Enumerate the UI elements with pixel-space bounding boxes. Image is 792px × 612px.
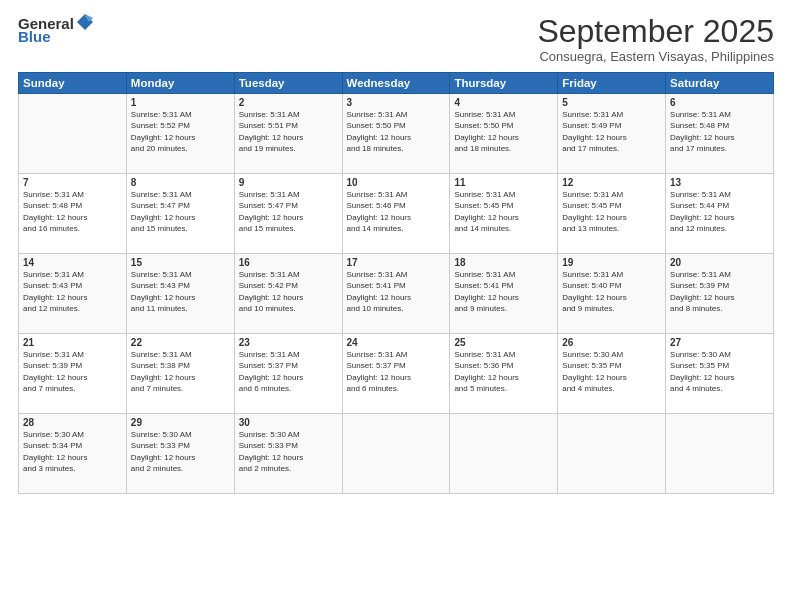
- logo: General Blue: [18, 14, 95, 45]
- calendar-cell: [342, 414, 450, 494]
- cell-info: Sunrise: 5:31 AM Sunset: 5:45 PM Dayligh…: [454, 189, 553, 234]
- day-number: 10: [347, 177, 446, 188]
- cell-info: Sunrise: 5:31 AM Sunset: 5:50 PM Dayligh…: [347, 109, 446, 154]
- calendar-cell: 10Sunrise: 5:31 AM Sunset: 5:46 PM Dayli…: [342, 174, 450, 254]
- day-number: 23: [239, 337, 338, 348]
- calendar-cell: 6Sunrise: 5:31 AM Sunset: 5:48 PM Daylig…: [666, 94, 774, 174]
- day-number: 1: [131, 97, 230, 108]
- cell-info: Sunrise: 5:31 AM Sunset: 5:48 PM Dayligh…: [670, 109, 769, 154]
- calendar-cell: 20Sunrise: 5:31 AM Sunset: 5:39 PM Dayli…: [666, 254, 774, 334]
- calendar-cell: 24Sunrise: 5:31 AM Sunset: 5:37 PM Dayli…: [342, 334, 450, 414]
- week-row-5: 28Sunrise: 5:30 AM Sunset: 5:34 PM Dayli…: [19, 414, 774, 494]
- calendar-cell: 1Sunrise: 5:31 AM Sunset: 5:52 PM Daylig…: [126, 94, 234, 174]
- cell-info: Sunrise: 5:31 AM Sunset: 5:42 PM Dayligh…: [239, 269, 338, 314]
- day-number: 22: [131, 337, 230, 348]
- day-header-sunday: Sunday: [19, 73, 127, 94]
- cell-info: Sunrise: 5:30 AM Sunset: 5:33 PM Dayligh…: [239, 429, 338, 474]
- day-number: 28: [23, 417, 122, 428]
- day-number: 11: [454, 177, 553, 188]
- day-number: 14: [23, 257, 122, 268]
- day-number: 16: [239, 257, 338, 268]
- calendar-cell: 13Sunrise: 5:31 AM Sunset: 5:44 PM Dayli…: [666, 174, 774, 254]
- day-header-wednesday: Wednesday: [342, 73, 450, 94]
- cell-info: Sunrise: 5:31 AM Sunset: 5:46 PM Dayligh…: [347, 189, 446, 234]
- calendar-cell: [19, 94, 127, 174]
- calendar-cell: 25Sunrise: 5:31 AM Sunset: 5:36 PM Dayli…: [450, 334, 558, 414]
- header-row: SundayMondayTuesdayWednesdayThursdayFrid…: [19, 73, 774, 94]
- day-number: 30: [239, 417, 338, 428]
- logo-icon: [75, 12, 95, 32]
- day-number: 6: [670, 97, 769, 108]
- calendar-cell: 29Sunrise: 5:30 AM Sunset: 5:33 PM Dayli…: [126, 414, 234, 494]
- day-number: 2: [239, 97, 338, 108]
- cell-info: Sunrise: 5:31 AM Sunset: 5:41 PM Dayligh…: [454, 269, 553, 314]
- calendar-cell: 21Sunrise: 5:31 AM Sunset: 5:39 PM Dayli…: [19, 334, 127, 414]
- calendar-cell: 30Sunrise: 5:30 AM Sunset: 5:33 PM Dayli…: [234, 414, 342, 494]
- calendar-cell: [666, 414, 774, 494]
- calendar-cell: 12Sunrise: 5:31 AM Sunset: 5:45 PM Dayli…: [558, 174, 666, 254]
- calendar-cell: 14Sunrise: 5:31 AM Sunset: 5:43 PM Dayli…: [19, 254, 127, 334]
- day-number: 12: [562, 177, 661, 188]
- day-number: 27: [670, 337, 769, 348]
- calendar-cell: 22Sunrise: 5:31 AM Sunset: 5:38 PM Dayli…: [126, 334, 234, 414]
- day-number: 17: [347, 257, 446, 268]
- week-row-3: 14Sunrise: 5:31 AM Sunset: 5:43 PM Dayli…: [19, 254, 774, 334]
- cell-info: Sunrise: 5:31 AM Sunset: 5:40 PM Dayligh…: [562, 269, 661, 314]
- calendar-cell: 26Sunrise: 5:30 AM Sunset: 5:35 PM Dayli…: [558, 334, 666, 414]
- day-number: 5: [562, 97, 661, 108]
- calendar-cell: 5Sunrise: 5:31 AM Sunset: 5:49 PM Daylig…: [558, 94, 666, 174]
- day-number: 8: [131, 177, 230, 188]
- cell-info: Sunrise: 5:31 AM Sunset: 5:48 PM Dayligh…: [23, 189, 122, 234]
- cell-info: Sunrise: 5:31 AM Sunset: 5:43 PM Dayligh…: [23, 269, 122, 314]
- day-header-monday: Monday: [126, 73, 234, 94]
- day-number: 4: [454, 97, 553, 108]
- day-number: 29: [131, 417, 230, 428]
- cell-info: Sunrise: 5:30 AM Sunset: 5:33 PM Dayligh…: [131, 429, 230, 474]
- calendar-table: SundayMondayTuesdayWednesdayThursdayFrid…: [18, 72, 774, 494]
- cell-info: Sunrise: 5:31 AM Sunset: 5:39 PM Dayligh…: [23, 349, 122, 394]
- title-area: September 2025 Consuegra, Eastern Visaya…: [537, 14, 774, 64]
- calendar-cell: 17Sunrise: 5:31 AM Sunset: 5:41 PM Dayli…: [342, 254, 450, 334]
- cell-info: Sunrise: 5:31 AM Sunset: 5:52 PM Dayligh…: [131, 109, 230, 154]
- cell-info: Sunrise: 5:31 AM Sunset: 5:43 PM Dayligh…: [131, 269, 230, 314]
- calendar-cell: 28Sunrise: 5:30 AM Sunset: 5:34 PM Dayli…: [19, 414, 127, 494]
- week-row-1: 1Sunrise: 5:31 AM Sunset: 5:52 PM Daylig…: [19, 94, 774, 174]
- calendar-cell: 2Sunrise: 5:31 AM Sunset: 5:51 PM Daylig…: [234, 94, 342, 174]
- cell-info: Sunrise: 5:31 AM Sunset: 5:51 PM Dayligh…: [239, 109, 338, 154]
- day-number: 9: [239, 177, 338, 188]
- calendar-cell: 11Sunrise: 5:31 AM Sunset: 5:45 PM Dayli…: [450, 174, 558, 254]
- cell-info: Sunrise: 5:31 AM Sunset: 5:44 PM Dayligh…: [670, 189, 769, 234]
- cell-info: Sunrise: 5:31 AM Sunset: 5:37 PM Dayligh…: [347, 349, 446, 394]
- cell-info: Sunrise: 5:30 AM Sunset: 5:35 PM Dayligh…: [670, 349, 769, 394]
- day-number: 26: [562, 337, 661, 348]
- day-number: 20: [670, 257, 769, 268]
- calendar-cell: 9Sunrise: 5:31 AM Sunset: 5:47 PM Daylig…: [234, 174, 342, 254]
- cell-info: Sunrise: 5:31 AM Sunset: 5:36 PM Dayligh…: [454, 349, 553, 394]
- svg-marker-0: [77, 14, 93, 30]
- cell-info: Sunrise: 5:31 AM Sunset: 5:39 PM Dayligh…: [670, 269, 769, 314]
- day-number: 7: [23, 177, 122, 188]
- calendar-cell: 4Sunrise: 5:31 AM Sunset: 5:50 PM Daylig…: [450, 94, 558, 174]
- week-row-2: 7Sunrise: 5:31 AM Sunset: 5:48 PM Daylig…: [19, 174, 774, 254]
- calendar-cell: 16Sunrise: 5:31 AM Sunset: 5:42 PM Dayli…: [234, 254, 342, 334]
- day-number: 15: [131, 257, 230, 268]
- day-header-thursday: Thursday: [450, 73, 558, 94]
- day-number: 25: [454, 337, 553, 348]
- cell-info: Sunrise: 5:31 AM Sunset: 5:37 PM Dayligh…: [239, 349, 338, 394]
- day-number: 3: [347, 97, 446, 108]
- cell-info: Sunrise: 5:31 AM Sunset: 5:50 PM Dayligh…: [454, 109, 553, 154]
- cell-info: Sunrise: 5:31 AM Sunset: 5:45 PM Dayligh…: [562, 189, 661, 234]
- day-header-saturday: Saturday: [666, 73, 774, 94]
- day-number: 19: [562, 257, 661, 268]
- day-header-tuesday: Tuesday: [234, 73, 342, 94]
- subtitle: Consuegra, Eastern Visayas, Philippines: [537, 49, 774, 64]
- cell-info: Sunrise: 5:30 AM Sunset: 5:35 PM Dayligh…: [562, 349, 661, 394]
- calendar-cell: [558, 414, 666, 494]
- header: General Blue September 2025 Consuegra, E…: [18, 14, 774, 64]
- cell-info: Sunrise: 5:31 AM Sunset: 5:38 PM Dayligh…: [131, 349, 230, 394]
- calendar-cell: 18Sunrise: 5:31 AM Sunset: 5:41 PM Dayli…: [450, 254, 558, 334]
- calendar-cell: 27Sunrise: 5:30 AM Sunset: 5:35 PM Dayli…: [666, 334, 774, 414]
- calendar-cell: 7Sunrise: 5:31 AM Sunset: 5:48 PM Daylig…: [19, 174, 127, 254]
- cell-info: Sunrise: 5:30 AM Sunset: 5:34 PM Dayligh…: [23, 429, 122, 474]
- day-header-friday: Friday: [558, 73, 666, 94]
